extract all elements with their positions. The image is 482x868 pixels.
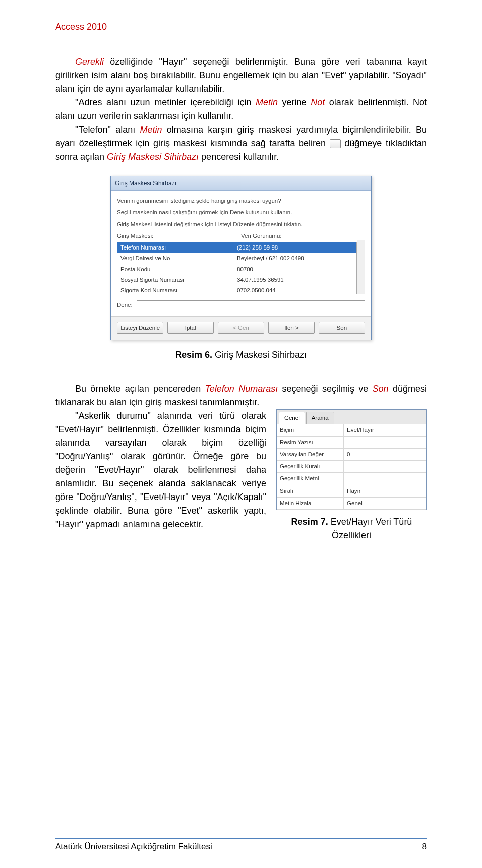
property-row[interactable]: Varsayılan Değer 0 (277, 449, 426, 461)
wizard-body: Verinin görünmesini istediğiniz şekle ha… (111, 191, 371, 316)
emph-metin-2: Metin (140, 125, 162, 135)
wizard-try-row: Dene: (117, 300, 365, 310)
paragraph-2: "Adres alanı uzun metinler içerebildiği … (55, 96, 427, 123)
property-row[interactable]: Sıralı Hayır (277, 485, 426, 498)
wizard-list-wrapper: Telefon Numarası (212) 258 59 98 Vergi D… (117, 240, 365, 294)
emph-required: Gerekli (75, 57, 104, 67)
properties-grid: Biçim Evet/Hayır Resim Yazısı Varsayılan… (277, 424, 426, 510)
list-item[interactable]: Telefon Numarası (212) 258 59 98 (117, 242, 356, 253)
two-col-right: Genel Arama Biçim Evet/Hayır Resim Yazıs… (276, 409, 427, 542)
emph-metin-1: Metin (256, 97, 278, 107)
two-col-left: "Askerlik durumu" alanında veri türü ola… (55, 409, 266, 531)
header-divider (55, 37, 427, 37)
wizard-titlebar: Giriş Maskesi Sihirbazı (111, 176, 371, 191)
edit-list-button[interactable]: Listeyi Düzenle (117, 322, 163, 334)
footer-divider (55, 838, 427, 839)
emph-not: Not (311, 97, 325, 107)
property-row[interactable]: Geçerlilik Metni (277, 473, 426, 485)
paragraph-1: Gerekli özelliğinde "Hayır" seçeneği bel… (55, 55, 427, 96)
tab-general[interactable]: Genel (279, 412, 305, 424)
figure-7-caption: Resim 7. Evet/Hayır Veri Türü Özellikler… (276, 515, 427, 542)
finish-button[interactable]: Son (319, 322, 365, 334)
paragraph-3: "Telefon" alanı Metin olmasına karşın gi… (55, 123, 427, 164)
wizard-scrollbar[interactable] (357, 240, 365, 294)
wizard-column-headers: Giriş Maskesi: Veri Görünümü: (117, 232, 365, 240)
paragraph-5: "Askerlik durumu" alanında veri türü ola… (55, 409, 266, 531)
back-button[interactable]: < Geri (218, 322, 264, 334)
list-item[interactable]: Posta Kodu 80700 (117, 264, 356, 275)
emph-telefon: Telefon Numarası (205, 384, 278, 394)
property-row[interactable]: Metin Hizala Genel (277, 498, 426, 510)
wizard-try-label: Dene: (117, 301, 133, 309)
tab-lookup[interactable]: Arama (306, 412, 334, 424)
wizard-mask-list[interactable]: Telefon Numarası (212) 258 59 98 Vergi D… (117, 242, 357, 294)
property-row[interactable]: Resim Yazısı (277, 437, 426, 449)
ellipsis-button-icon (330, 139, 341, 148)
wizard-button-row: Listeyi Düzenle İptal < Geri İleri > Son (111, 316, 371, 340)
footer-institution: Atatürk Üniversitesi Açıköğretim Fakülte… (55, 840, 212, 853)
input-mask-wizard-dialog: Giriş Maskesi Sihirbazı Verinin görünmes… (110, 176, 372, 340)
wizard-try-input[interactable] (137, 300, 365, 310)
figure-6-caption: Resim 6. Giriş Maskesi Sihirbazı (55, 348, 427, 362)
page-header: Access 2010 (55, 20, 427, 35)
wizard-col-mask: Giriş Maskesi: (117, 232, 241, 240)
wizard-col-view: Veri Görünümü: (241, 232, 365, 240)
wizard-msg-2: Seçili maskenin nasıl çalıştığını görmek… (117, 208, 365, 217)
properties-panel: Genel Arama Biçim Evet/Hayır Resim Yazıs… (276, 409, 427, 510)
page-footer: Atatürk Üniversitesi Açıköğretim Fakülte… (55, 840, 427, 853)
wizard-title: Giriş Maskesi Sihirbazı (115, 180, 176, 187)
list-item[interactable]: Vergi Dairesi ve No Beylerbeyi / 621 002… (117, 253, 356, 264)
list-item[interactable]: Sosyal Sigorta Numarası 34.07.1995 36591 (117, 275, 356, 285)
next-button[interactable]: İleri > (268, 322, 314, 334)
list-item[interactable]: Sigorta Kod Numarası 0702.0500.044 (117, 285, 356, 294)
property-row[interactable]: Geçerlilik Kuralı (277, 461, 426, 473)
course-title: Access 2010 (55, 22, 107, 32)
wizard-msg-3: Giriş Maskesi listesini değiştirmek için… (117, 220, 365, 229)
emph-son: Son (373, 384, 389, 394)
emph-wizard-name: Giriş Maskesi Sihirbazı (107, 152, 199, 162)
properties-tabs: Genel Arama (277, 410, 426, 424)
wizard-msg-1: Verinin görünmesini istediğiniz şekle ha… (117, 197, 365, 205)
cancel-button[interactable]: İptal (167, 322, 213, 334)
two-column-section: "Askerlik durumu" alanında veri türü ola… (55, 409, 427, 542)
paragraph-4: Bu örnekte açılan pencereden Telefon Num… (55, 382, 427, 409)
property-row[interactable]: Biçim Evet/Hayır (277, 424, 426, 436)
footer-page-number: 8 (422, 840, 427, 853)
main-content: Gerekli özelliğinde "Hayır" seçeneği bel… (55, 55, 427, 542)
